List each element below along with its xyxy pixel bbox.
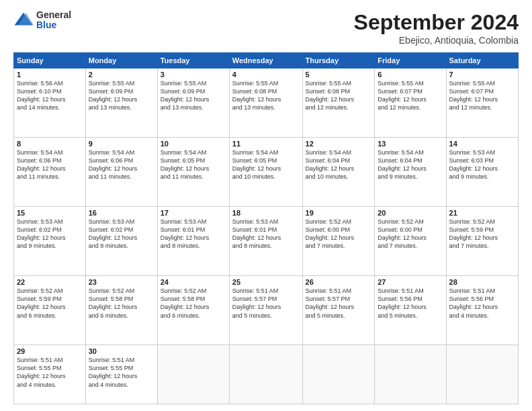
- calendar-cell: 16Sunrise: 5:53 AMSunset: 6:02 PMDayligh…: [85, 207, 157, 276]
- day-info: Sunrise: 5:55 AMSunset: 6:09 PMDaylight:…: [161, 79, 226, 112]
- day-number: 19: [306, 209, 372, 217]
- day-info: Sunrise: 5:51 AMSunset: 5:55 PMDaylight:…: [89, 356, 154, 389]
- day-info: Sunrise: 5:51 AMSunset: 5:57 PMDaylight:…: [232, 287, 300, 320]
- calendar-cell: 10Sunrise: 5:54 AMSunset: 6:05 PMDayligh…: [157, 138, 229, 207]
- day-info: Sunrise: 5:54 AMSunset: 6:05 PMDaylight:…: [161, 148, 226, 181]
- day-number: 18: [232, 209, 300, 217]
- header: General Blue September 2024 Ebejico, Ant…: [13, 10, 519, 46]
- day-info: Sunrise: 5:55 AMSunset: 6:08 PMDaylight:…: [232, 79, 300, 112]
- logo-text: General Blue: [36, 10, 71, 31]
- weekday-monday: Monday: [85, 53, 157, 68]
- calendar-cell: 13Sunrise: 5:54 AMSunset: 6:04 PMDayligh…: [375, 138, 446, 207]
- day-info: Sunrise: 5:54 AMSunset: 6:06 PMDaylight:…: [89, 148, 154, 181]
- day-number: 28: [449, 278, 515, 286]
- weekday-tuesday: Tuesday: [157, 53, 229, 68]
- day-number: 26: [306, 278, 372, 286]
- week-row-5: 29Sunrise: 5:51 AMSunset: 5:55 PMDayligh…: [14, 345, 519, 404]
- day-info: Sunrise: 5:53 AMSunset: 6:01 PMDaylight:…: [232, 218, 300, 250]
- day-number: 5: [306, 71, 372, 79]
- page: General Blue September 2024 Ebejico, Ant…: [0, 0, 532, 411]
- day-number: 17: [161, 209, 226, 217]
- day-info: Sunrise: 5:51 AMSunset: 5:56 PMDaylight:…: [378, 287, 443, 320]
- day-info: Sunrise: 5:55 AMSunset: 6:07 PMDaylight:…: [378, 79, 443, 112]
- day-info: Sunrise: 5:52 AMSunset: 6:00 PMDaylight:…: [378, 218, 443, 250]
- day-number: 29: [17, 347, 83, 355]
- calendar-cell: [375, 345, 446, 404]
- day-number: 16: [89, 209, 154, 217]
- day-number: 15: [17, 209, 83, 217]
- day-info: Sunrise: 5:53 AMSunset: 6:02 PMDaylight:…: [89, 218, 154, 250]
- week-row-1: 1Sunrise: 5:56 AMSunset: 6:10 PMDaylight…: [14, 68, 519, 138]
- day-number: 10: [161, 140, 226, 148]
- week-row-3: 15Sunrise: 5:53 AMSunset: 6:02 PMDayligh…: [14, 207, 519, 276]
- day-number: 25: [232, 278, 300, 286]
- weekday-sunday: Sunday: [14, 53, 86, 68]
- logo-icon: [13, 10, 34, 30]
- day-number: 8: [17, 140, 83, 148]
- day-number: 27: [378, 278, 443, 286]
- logo: General Blue: [13, 10, 71, 31]
- calendar-cell: [229, 345, 302, 404]
- calendar-cell: 29Sunrise: 5:51 AMSunset: 5:55 PMDayligh…: [14, 345, 86, 404]
- calendar-cell: [446, 345, 518, 404]
- calendar-cell: 24Sunrise: 5:52 AMSunset: 5:58 PMDayligh…: [157, 276, 229, 345]
- day-number: 14: [449, 140, 515, 148]
- calendar-cell: 3Sunrise: 5:55 AMSunset: 6:09 PMDaylight…: [157, 68, 229, 138]
- day-number: 11: [232, 140, 300, 148]
- calendar-cell: 4Sunrise: 5:55 AMSunset: 6:08 PMDaylight…: [229, 68, 302, 138]
- calendar-cell: 2Sunrise: 5:55 AMSunset: 6:09 PMDaylight…: [85, 68, 157, 138]
- calendar-cell: 19Sunrise: 5:52 AMSunset: 6:00 PMDayligh…: [302, 207, 375, 276]
- month-title: September 2024: [354, 10, 519, 35]
- day-number: 24: [161, 278, 226, 286]
- calendar-cell: 14Sunrise: 5:53 AMSunset: 6:03 PMDayligh…: [446, 138, 518, 207]
- calendar-cell: 11Sunrise: 5:54 AMSunset: 6:05 PMDayligh…: [229, 138, 302, 207]
- day-info: Sunrise: 5:54 AMSunset: 6:05 PMDaylight:…: [232, 148, 300, 181]
- day-number: 23: [89, 278, 154, 286]
- day-info: Sunrise: 5:52 AMSunset: 5:58 PMDaylight:…: [89, 287, 154, 320]
- weekday-saturday: Saturday: [446, 53, 518, 68]
- day-info: Sunrise: 5:55 AMSunset: 6:09 PMDaylight:…: [89, 79, 154, 112]
- calendar-cell: 26Sunrise: 5:51 AMSunset: 5:57 PMDayligh…: [302, 276, 375, 345]
- day-number: 1: [17, 71, 83, 79]
- day-number: 9: [89, 140, 154, 148]
- calendar-cell: 30Sunrise: 5:51 AMSunset: 5:55 PMDayligh…: [85, 345, 157, 404]
- calendar-cell: 15Sunrise: 5:53 AMSunset: 6:02 PMDayligh…: [14, 207, 86, 276]
- week-row-4: 22Sunrise: 5:52 AMSunset: 5:59 PMDayligh…: [14, 276, 519, 345]
- logo-blue: Blue: [36, 20, 71, 30]
- day-number: 6: [378, 71, 443, 79]
- day-number: 22: [17, 278, 83, 286]
- day-info: Sunrise: 5:52 AMSunset: 5:59 PMDaylight:…: [449, 218, 515, 250]
- title-block: September 2024 Ebejico, Antioquia, Colom…: [354, 10, 519, 46]
- calendar-cell: [302, 345, 375, 404]
- day-info: Sunrise: 5:51 AMSunset: 5:57 PMDaylight:…: [306, 287, 372, 320]
- calendar-cell: 18Sunrise: 5:53 AMSunset: 6:01 PMDayligh…: [229, 207, 302, 276]
- day-info: Sunrise: 5:56 AMSunset: 6:10 PMDaylight:…: [17, 79, 83, 112]
- day-number: 30: [89, 347, 154, 355]
- weekday-header-row: SundayMondayTuesdayWednesdayThursdayFrid…: [14, 53, 519, 68]
- location: Ebejico, Antioquia, Colombia: [354, 35, 519, 46]
- logo-general: General: [36, 10, 71, 20]
- calendar-cell: 8Sunrise: 5:54 AMSunset: 6:06 PMDaylight…: [14, 138, 86, 207]
- day-info: Sunrise: 5:53 AMSunset: 6:01 PMDaylight:…: [161, 218, 226, 250]
- calendar-cell: 27Sunrise: 5:51 AMSunset: 5:56 PMDayligh…: [375, 276, 446, 345]
- calendar-cell: 1Sunrise: 5:56 AMSunset: 6:10 PMDaylight…: [14, 68, 86, 138]
- day-info: Sunrise: 5:52 AMSunset: 5:58 PMDaylight:…: [161, 287, 226, 320]
- calendar-body: 1Sunrise: 5:56 AMSunset: 6:10 PMDaylight…: [14, 68, 519, 404]
- calendar-cell: 6Sunrise: 5:55 AMSunset: 6:07 PMDaylight…: [375, 68, 446, 138]
- day-number: 3: [161, 71, 226, 79]
- weekday-friday: Friday: [375, 53, 446, 68]
- day-info: Sunrise: 5:53 AMSunset: 6:02 PMDaylight:…: [17, 218, 83, 250]
- calendar-cell: 21Sunrise: 5:52 AMSunset: 5:59 PMDayligh…: [446, 207, 518, 276]
- day-number: 4: [232, 71, 300, 79]
- day-info: Sunrise: 5:51 AMSunset: 5:56 PMDaylight:…: [449, 287, 515, 320]
- day-info: Sunrise: 5:54 AMSunset: 6:04 PMDaylight:…: [306, 148, 372, 181]
- day-info: Sunrise: 5:51 AMSunset: 5:55 PMDaylight:…: [17, 356, 83, 389]
- calendar-table: SundayMondayTuesdayWednesdayThursdayFrid…: [13, 52, 519, 404]
- calendar-cell: 5Sunrise: 5:55 AMSunset: 6:08 PMDaylight…: [302, 68, 375, 138]
- day-number: 12: [306, 140, 372, 148]
- calendar-cell: 12Sunrise: 5:54 AMSunset: 6:04 PMDayligh…: [302, 138, 375, 207]
- day-info: Sunrise: 5:54 AMSunset: 6:06 PMDaylight:…: [17, 148, 83, 181]
- weekday-wednesday: Wednesday: [229, 53, 302, 68]
- calendar-cell: 22Sunrise: 5:52 AMSunset: 5:59 PMDayligh…: [14, 276, 86, 345]
- day-number: 7: [449, 71, 515, 79]
